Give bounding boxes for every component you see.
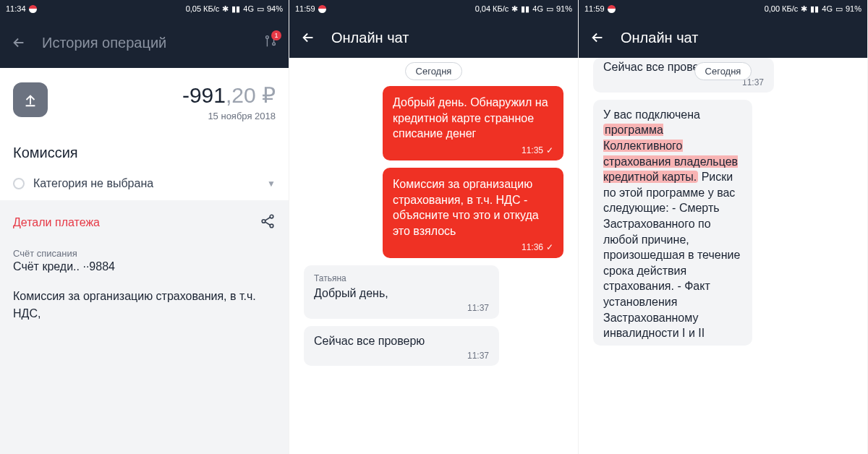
- transaction-description: Комиссия за организацию страхования, в т…: [13, 288, 276, 322]
- message-time: 11:35: [522, 145, 543, 156]
- back-button[interactable]: [589, 29, 606, 46]
- back-button[interactable]: [299, 29, 317, 46]
- bluetooth-icon: ✱: [801, 4, 807, 14]
- page-title: История операций: [42, 35, 166, 51]
- svg-point-0: [266, 36, 269, 39]
- record-icon: [318, 5, 326, 13]
- share-button[interactable]: [260, 213, 276, 232]
- net-icon: 4G: [532, 4, 543, 13]
- app-header: Онлайн чат: [579, 17, 867, 58]
- status-bar: 11:59 0,00 КБ/с ✱ ▮▮ 4G ▭ 91%: [579, 0, 867, 17]
- status-bar: 11:34 0,05 КБ/с ✱ ▮▮ 4G ▭ 94%: [0, 0, 289, 17]
- transaction-icon: [13, 82, 48, 117]
- app-header: Онлайн чат: [289, 17, 578, 58]
- status-batt: 94%: [267, 4, 283, 13]
- status-time: 11:59: [584, 4, 605, 13]
- status-bar: 11:59 0,04 КБ/с ✱ ▮▮ 4G ▭ 91%: [289, 0, 578, 17]
- bluetooth-icon: ✱: [511, 4, 518, 14]
- message-text: У вас подключена программа Коллективного…: [603, 108, 740, 339]
- date-separator: Сегодня: [405, 62, 463, 80]
- record-icon: [29, 5, 37, 13]
- message-incoming[interactable]: Сейчас все проверю 11:37: [304, 326, 499, 367]
- message-incoming[interactable]: У вас подключена программа Коллективного…: [593, 100, 752, 346]
- message-text: Комиссия за организацию страхования, в т…: [393, 178, 539, 237]
- category-label: Категория не выбрана: [33, 177, 153, 190]
- check-icon: ✓: [546, 241, 553, 253]
- chat-pane-1: 11:59 0,04 КБ/с ✱ ▮▮ 4G ▭ 91% Онлайн чат…: [289, 0, 579, 454]
- status-speed: 0,00 КБ/с: [765, 4, 799, 13]
- signal-icon: ▮▮: [231, 4, 240, 14]
- status-batt: 91%: [846, 4, 861, 13]
- message-incoming[interactable]: Татьяна Добрый день, 11:37: [304, 265, 499, 319]
- status-time: 11:59: [295, 4, 315, 13]
- net-icon: 4G: [243, 4, 254, 13]
- message-text: Добрый день. Обнаружил на кредитной карт…: [393, 96, 548, 140]
- status-time: 11:34: [6, 4, 26, 13]
- transaction-pane: 11:34 0,05 КБ/с ✱ ▮▮ 4G ▭ 94% История оп…: [0, 0, 289, 454]
- account-label: Счёт списания: [13, 248, 276, 259]
- message-time: 11:37: [467, 350, 489, 361]
- filter-badge: 1: [271, 30, 281, 40]
- message-time: 11:36: [522, 241, 543, 253]
- transaction-date: 15 ноября 2018: [182, 111, 276, 121]
- chevron-down-icon: ▼: [267, 179, 276, 189]
- record-icon: [608, 5, 616, 13]
- battery-icon: ▭: [835, 4, 843, 14]
- svg-line-8: [265, 222, 270, 226]
- page-title: Онлайн чат: [621, 30, 698, 46]
- filter-button[interactable]: 1: [263, 33, 278, 52]
- svg-point-2: [273, 43, 276, 46]
- section-heading: Комиссия: [0, 134, 289, 167]
- account-value: Счёт креди.. ··9884: [13, 260, 276, 273]
- app-header: История операций 1: [0, 17, 289, 68]
- date-separator: Сегодня: [694, 62, 752, 80]
- message-text: Добрый день,: [314, 287, 388, 299]
- bluetooth-icon: ✱: [222, 4, 229, 14]
- message-text: Сейчас все проверю: [314, 335, 425, 347]
- check-icon: ✓: [546, 145, 553, 156]
- net-icon: 4G: [822, 4, 833, 13]
- svg-line-7: [265, 218, 270, 221]
- status-batt: 91%: [556, 4, 572, 13]
- battery-icon: ▭: [546, 4, 553, 14]
- category-icon: [13, 178, 25, 189]
- battery-icon: ▭: [257, 4, 264, 14]
- signal-icon: ▮▮: [521, 4, 529, 14]
- status-speed: 0,04 КБ/с: [475, 4, 509, 13]
- message-outgoing[interactable]: Комиссия за организацию страхования, в т…: [383, 168, 563, 258]
- category-selector[interactable]: Категория не выбрана ▼: [0, 167, 289, 200]
- details-label: Детали платежа: [13, 216, 100, 229]
- page-title: Онлайн чат: [331, 30, 409, 46]
- signal-icon: ▮▮: [810, 4, 819, 14]
- message-time: 11:37: [467, 302, 489, 314]
- message-author: Татьяна: [314, 273, 489, 284]
- chat-pane-2: 11:59 0,00 КБ/с ✱ ▮▮ 4G ▭ 91% Онлайн чат…: [579, 0, 868, 454]
- back-button[interactable]: [10, 34, 27, 51]
- amount: -991,20 ₽: [182, 82, 276, 108]
- status-speed: 0,05 КБ/с: [186, 4, 220, 13]
- message-outgoing[interactable]: Добрый день. Обнаружил на кредитной карт…: [383, 86, 563, 160]
